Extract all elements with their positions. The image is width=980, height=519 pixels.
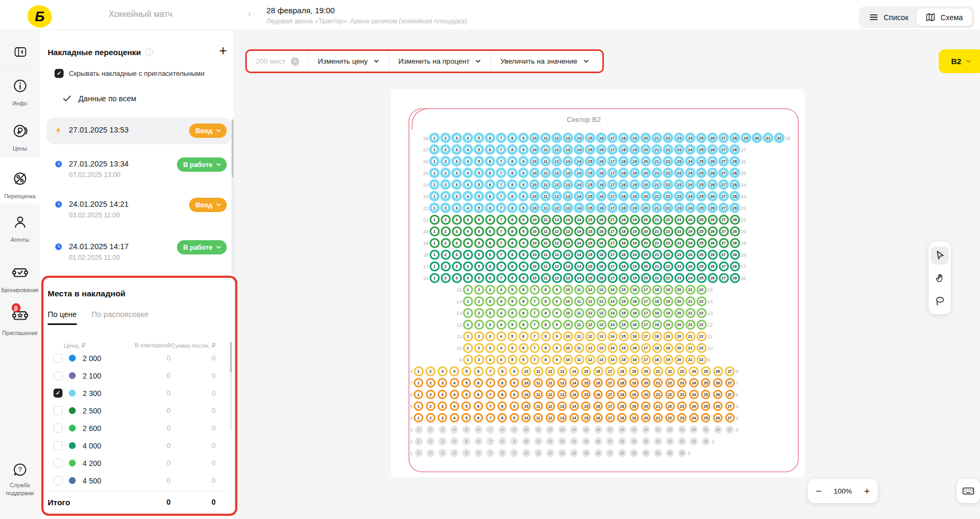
seat[interactable]: 12 xyxy=(585,343,595,353)
seat[interactable]: 2 xyxy=(426,413,435,423)
seat[interactable]: 9 xyxy=(519,226,529,236)
seat[interactable]: 11 xyxy=(540,133,551,143)
seat[interactable]: 1 xyxy=(414,390,423,399)
seat[interactable]: 15 xyxy=(585,144,595,155)
seat[interactable]: 24 xyxy=(689,390,699,399)
seat[interactable]: 4 xyxy=(450,426,458,434)
seat[interactable]: 17 xyxy=(606,449,614,457)
seat[interactable]: 1 xyxy=(429,156,440,166)
selection-chip[interactable]: 200 мест × xyxy=(247,51,309,72)
seat[interactable]: 3 xyxy=(485,331,495,341)
status-badge[interactable]: В работе xyxy=(177,157,227,172)
seat[interactable]: 9 xyxy=(518,144,529,155)
seat[interactable]: 20 xyxy=(674,285,684,295)
seat[interactable]: 19 xyxy=(629,401,639,411)
seat[interactable]: 21 xyxy=(685,296,696,306)
seat[interactable]: 24 xyxy=(690,437,698,445)
seat[interactable]: 23 xyxy=(674,179,684,190)
seat[interactable]: 24 xyxy=(689,401,699,411)
seat[interactable]: 13 xyxy=(563,250,573,260)
seat[interactable]: 28 xyxy=(729,179,740,190)
overlay-item[interactable]: 24.01.2025 14:1701.02.2025 11:00В работе xyxy=(47,238,231,267)
seat[interactable]: 6 xyxy=(485,168,495,178)
seat[interactable]: 25 xyxy=(696,168,707,178)
seat[interactable]: 17 xyxy=(641,320,651,330)
seat[interactable]: 26 xyxy=(713,401,723,411)
seat[interactable]: 7 xyxy=(486,437,494,445)
seat[interactable]: 4 xyxy=(449,366,459,376)
seat[interactable]: 8 xyxy=(541,296,551,306)
seat[interactable]: 27 xyxy=(718,179,729,190)
seat[interactable]: 25 xyxy=(697,226,707,236)
seat[interactable]: 9 xyxy=(510,437,518,445)
seat[interactable]: 7 xyxy=(485,366,495,376)
seat[interactable]: 21 xyxy=(653,413,663,423)
seat[interactable]: 10 xyxy=(529,191,540,201)
seat[interactable]: 22 xyxy=(697,285,707,295)
seat[interactable]: 10 xyxy=(529,144,540,155)
seat[interactable]: 22 xyxy=(666,449,674,457)
seat[interactable]: 13 xyxy=(596,355,607,365)
seat[interactable]: 3 xyxy=(452,261,462,271)
seat[interactable]: 21 xyxy=(653,401,663,411)
seat[interactable]: 13 xyxy=(563,215,573,225)
seat[interactable]: 24 xyxy=(685,226,696,236)
seat[interactable]: 6 xyxy=(475,426,483,434)
seat[interactable]: 16 xyxy=(593,401,603,411)
seat[interactable]: 6 xyxy=(519,308,529,318)
seat[interactable]: 14 xyxy=(574,144,584,155)
seat[interactable]: 1 xyxy=(415,426,423,434)
seat[interactable]: 4 xyxy=(462,133,473,143)
seat[interactable]: 28 xyxy=(729,203,740,213)
seat[interactable]: 4 xyxy=(450,449,458,457)
sidebar-item-support[interactable]: ? Служба поддержки xyxy=(0,462,40,497)
seat[interactable]: 17 xyxy=(608,273,618,283)
seat[interactable]: 12 xyxy=(585,320,595,330)
seat[interactable]: 9 xyxy=(509,366,519,376)
seat[interactable]: 22 xyxy=(666,437,674,445)
seat[interactable]: 2 xyxy=(474,285,484,295)
seat[interactable]: 7 xyxy=(530,331,540,341)
seat[interactable]: 18 xyxy=(618,191,629,201)
seat[interactable]: 12 xyxy=(551,133,562,143)
seat[interactable]: 1 xyxy=(430,261,440,271)
seat[interactable]: 25 xyxy=(697,273,707,283)
seat[interactable]: 15 xyxy=(585,215,595,225)
seat[interactable]: 19 xyxy=(629,156,640,166)
seat[interactable]: 15 xyxy=(619,285,629,295)
seat[interactable]: 1 xyxy=(429,191,440,201)
seat[interactable]: 11 xyxy=(533,378,543,388)
seat[interactable]: 22 xyxy=(663,273,673,283)
seat[interactable]: 4 xyxy=(462,144,473,155)
close-circle-icon[interactable]: × xyxy=(291,57,299,66)
toolbar-action-0[interactable]: Изменить цену xyxy=(309,51,389,72)
seat[interactable]: 8 xyxy=(541,320,551,330)
seat[interactable]: 21 xyxy=(652,250,662,260)
seat[interactable]: 15 xyxy=(619,296,629,306)
seat[interactable]: 12 xyxy=(552,261,562,271)
seat[interactable]: 8 xyxy=(507,133,518,143)
seat[interactable]: 12 xyxy=(551,203,562,213)
seat[interactable]: 26 xyxy=(707,179,718,190)
seat[interactable]: 19 xyxy=(629,390,639,399)
seat[interactable]: 25 xyxy=(701,366,711,376)
seat[interactable]: 7 xyxy=(496,226,506,236)
seat[interactable]: 22 xyxy=(663,238,673,248)
seat[interactable]: 25 xyxy=(702,437,710,445)
seat[interactable]: 21 xyxy=(654,437,662,445)
seat[interactable]: 20 xyxy=(674,343,684,353)
seat[interactable]: 13 xyxy=(596,343,607,353)
seat[interactable]: 19 xyxy=(663,320,673,330)
seat[interactable]: 13 xyxy=(563,168,573,178)
seat[interactable]: 31 xyxy=(763,133,773,143)
seat[interactable]: 10 xyxy=(530,226,540,236)
seat[interactable]: 5 xyxy=(462,449,470,457)
seat[interactable]: 7 xyxy=(530,308,540,318)
seat[interactable]: 17 xyxy=(641,355,651,365)
seat[interactable]: 2 xyxy=(425,366,435,376)
seat[interactable]: 7 xyxy=(496,133,506,143)
seat[interactable]: 13 xyxy=(563,261,573,271)
seat[interactable]: 12 xyxy=(552,273,562,283)
seat[interactable]: 1 xyxy=(463,355,473,365)
seat[interactable]: 15 xyxy=(619,343,629,353)
